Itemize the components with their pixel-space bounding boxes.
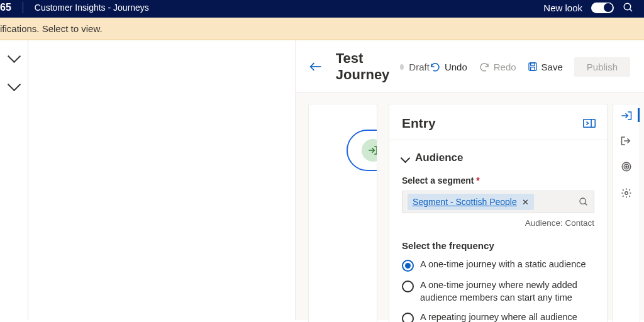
svg-line-11 [585, 203, 587, 205]
frequency-option-2[interactable]: A repeating journey where all audience m… [402, 311, 594, 322]
section-title: Audience [415, 152, 464, 164]
svg-rect-4 [530, 63, 535, 65]
panel-title: Entry [402, 116, 436, 131]
settings-tool-icon[interactable] [621, 187, 632, 199]
redo-icon [479, 62, 490, 72]
new-look-toggle[interactable] [591, 3, 614, 13]
remove-chip-icon[interactable]: ✕ [522, 197, 529, 207]
search-icon[interactable] [579, 197, 589, 207]
frequency-title: Select the frequency [402, 240, 594, 251]
segment-lookup[interactable]: Segment - Scottish People ✕ [402, 191, 594, 213]
app-suffix-num: 65 [0, 2, 11, 13]
goal-tool-icon[interactable] [621, 161, 632, 172]
segment-enter-icon [362, 139, 377, 162]
frequency-option-1[interactable]: A one-time journey where newly added aud… [402, 279, 594, 304]
active-tool-indicator [638, 108, 640, 122]
properties-panel: Entry Audience Select a segment * [389, 104, 608, 322]
svg-point-0 [624, 3, 631, 10]
segment-chip[interactable]: Segment - Scottish People ✕ [408, 194, 534, 210]
radio-icon [402, 280, 414, 292]
app-header: 65 Customer Insights - Journeys New look [0, 0, 644, 18]
app-title: Customer Insights - Journeys [35, 3, 149, 13]
redo-button[interactable]: Redo [479, 62, 516, 72]
entry-tool-icon[interactable] [621, 111, 632, 121]
radio-icon [402, 260, 414, 272]
segment-field-label: Select a segment * [402, 175, 594, 186]
back-button[interactable] [309, 62, 322, 72]
audience-section-toggle[interactable]: Audience [402, 152, 594, 164]
frequency-option-0[interactable]: A one-time journey with a static audienc… [402, 258, 594, 272]
svg-point-17 [625, 192, 628, 195]
svg-line-1 [630, 9, 632, 11]
undo-button[interactable]: Undo [430, 62, 467, 72]
journey-start-node[interactable]: Journey start Segment - Scottish People [347, 130, 377, 171]
nav-rail-collapse [0, 40, 28, 320]
search-icon[interactable] [623, 2, 638, 13]
panel-collapse-icon[interactable] [583, 119, 596, 128]
chevron-down-icon[interactable] [7, 50, 20, 63]
exit-tool-icon[interactable] [621, 136, 632, 146]
svg-point-16 [626, 166, 627, 167]
save-button[interactable]: Save [528, 62, 563, 72]
notification-text: ifications. Select to view. [0, 23, 103, 34]
publish-button[interactable]: Publish [574, 57, 630, 77]
notification-bar[interactable]: ifications. Select to view. [0, 18, 644, 40]
chevron-down-icon[interactable] [7, 78, 20, 91]
svg-rect-5 [530, 67, 535, 70]
header-divider [23, 2, 23, 13]
page-title: Test Journey [336, 50, 392, 83]
svg-rect-8 [584, 119, 595, 127]
radio-icon [402, 313, 414, 322]
command-bar: Test Journey Draft Undo Redo [296, 40, 644, 92]
nav-panel [28, 40, 296, 320]
side-tool-rail [613, 104, 640, 322]
audience-type-hint: Audience: Contact [402, 218, 594, 228]
status-dot-icon [400, 64, 404, 70]
save-icon [528, 62, 538, 72]
new-look-label: New look [543, 3, 582, 13]
undo-icon [430, 62, 441, 72]
segment-chip-link[interactable]: Segment - Scottish People [413, 197, 517, 207]
svg-point-10 [580, 198, 586, 204]
status-badge: Draft [409, 62, 430, 72]
chevron-down-icon [401, 153, 411, 163]
journey-canvas[interactable]: Journey start Segment - Scottish People … [308, 104, 377, 322]
